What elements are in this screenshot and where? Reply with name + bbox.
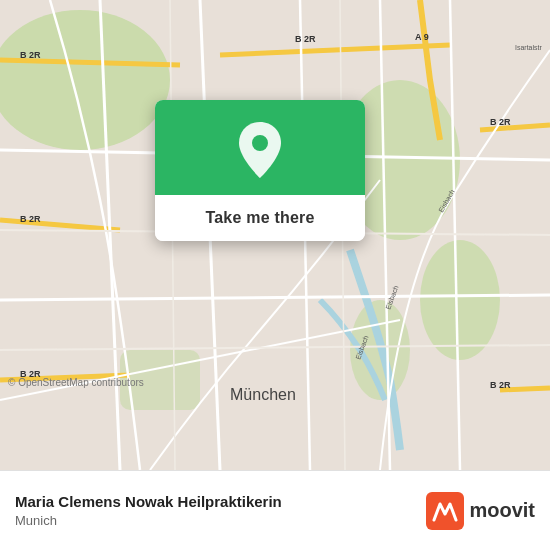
svg-text:B 2R: B 2R <box>20 50 41 60</box>
svg-text:B 2R: B 2R <box>295 34 316 44</box>
popup-header <box>155 100 365 195</box>
svg-text:B 2R: B 2R <box>490 117 511 127</box>
location-info: Maria Clemens Nowak Heilpraktikerin Muni… <box>15 493 282 528</box>
moovit-logo: moovit <box>426 492 535 530</box>
place-city: Munich <box>15 513 282 528</box>
map-pin-icon <box>235 120 285 180</box>
take-me-there-button[interactable]: Take me there <box>155 195 365 241</box>
moovit-brand-text: moovit <box>469 499 535 522</box>
moovit-logo-icon <box>426 492 464 530</box>
svg-text:A 9: A 9 <box>415 32 429 42</box>
place-name: Maria Clemens Nowak Heilpraktikerin <box>15 493 282 510</box>
svg-text:Isartalstr: Isartalstr <box>515 44 543 51</box>
map-container: B 2R B 2R B 2R B 2R B 2R A 9 B 2R Isarta… <box>0 0 550 470</box>
svg-point-3 <box>420 240 500 360</box>
svg-text:B 2R: B 2R <box>20 214 41 224</box>
bottom-bar: Maria Clemens Nowak Heilpraktikerin Muni… <box>0 470 550 550</box>
svg-text:München: München <box>230 386 296 403</box>
svg-text:B 2R: B 2R <box>490 380 511 390</box>
svg-point-18 <box>252 135 268 151</box>
map-attribution: © OpenStreetMap contributors <box>8 377 144 388</box>
popup-card: Take me there <box>155 100 365 241</box>
